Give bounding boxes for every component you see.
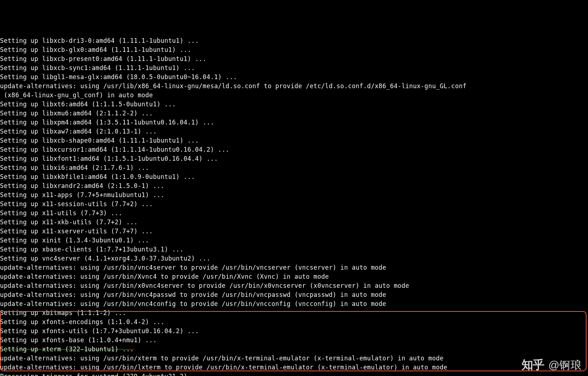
terminal-line: Setting up x11-xkb-utils (7.7+2) ... xyxy=(0,218,588,227)
terminal-line-highlighted: update-alternatives: using /usr/bin/xter… xyxy=(0,354,588,363)
terminal-line: Setting up vnc4server (4.1.1+xorg4.3.0-3… xyxy=(0,254,588,263)
terminal-line-highlighted: Processing triggers for systemd (229-4ub… xyxy=(0,372,588,376)
terminal-line: Setting up libxcb-shape0:amd64 (1.11.1-1… xyxy=(0,136,588,145)
terminal-line: update-alternatives: using /usr/bin/x0vn… xyxy=(0,281,588,290)
terminal-line: Setting up x11-apps (7.7+5+nmu1ubuntu1) … xyxy=(0,191,588,200)
terminal-line: update-alternatives: using /usr/lib/x86_… xyxy=(0,82,588,91)
terminal-line: Setting up libxcb-sync1:amd64 (1.11.1-1u… xyxy=(0,64,588,73)
terminal-line: update-alternatives: using /usr/bin/vnc4… xyxy=(0,290,588,299)
terminal-line: Setting up libxrandr2:amd64 (2:1.5.0-1) … xyxy=(0,181,588,191)
terminal-line-highlighted: update-alternatives: using /usr/bin/lxte… xyxy=(0,363,588,372)
terminal-output[interactable]: Setting up libxcb-dri3-0:amd64 (1.11.1-1… xyxy=(0,36,588,376)
terminal-line: update-alternatives: using /usr/bin/Xvnc… xyxy=(0,272,588,281)
terminal-line: Setting up x11-xserver-utils (7.7+7) ... xyxy=(0,227,588,236)
terminal-line: Setting up libxt6:amd64 (1:1.1.5-0ubuntu… xyxy=(0,100,588,109)
terminal-line: Setting up libxpm4:amd64 (1:3.5.11-1ubun… xyxy=(0,118,588,127)
terminal-line: update-alternatives: using /usr/bin/vnc4… xyxy=(0,263,588,272)
terminal-line: Setting up xfonts-base (1:1.0.4+nmu1) ..… xyxy=(0,336,588,345)
terminal-line: Setting up libxaw7:amd64 (2:1.0.13-1) ..… xyxy=(0,127,588,136)
terminal-line: Setting up libxi6:amd64 (2:1.7.6-1) ... xyxy=(0,163,588,172)
terminal-line: Setting up xinit (1.3.4-3ubuntu0.1) ... xyxy=(0,236,588,245)
terminal-line: Setting up libxcursor1:amd64 (1:1.1.14-1… xyxy=(0,145,588,154)
terminal-line: Setting up x11-session-utils (7.7+2) ... xyxy=(0,200,588,209)
terminal-line: Setting up xbase-clients (1:7.7+13ubuntu… xyxy=(0,245,588,254)
terminal-line-struck: Setting up xterm (322-1ubuntu1) ... xyxy=(0,345,588,354)
terminal-line: Setting up xfonts-utils (1:7.7+3ubuntu0.… xyxy=(0,327,588,336)
terminal-line: Setting up xbitmaps (1.1.1-2) ... xyxy=(0,308,588,318)
terminal-line: (x86_64-linux-gnu_gl_conf) in auto mode xyxy=(0,91,588,100)
terminal-line: Setting up libxmu6:amd64 (2:1.1.2-2) ... xyxy=(0,109,588,118)
terminal-line: Setting up libxcb-glx0:amd64 (1.11.1-1ub… xyxy=(0,45,588,54)
terminal-line: Setting up libxfont1:amd64 (1:1.5.1-1ubu… xyxy=(0,154,588,163)
terminal-line: Setting up xfonts-encodings (1:1.0.4-2) … xyxy=(0,318,588,327)
terminal-line: Setting up libxcb-dri3-0:amd64 (1.11.1-1… xyxy=(0,36,588,45)
terminal-line: Setting up libxkbfile1:amd64 (1:1.0.9-0u… xyxy=(0,172,588,181)
terminal-line: update-alternatives: using /usr/bin/vnc4… xyxy=(0,299,588,308)
terminal-line: Setting up libxcb-present0:amd64 (1.11.1… xyxy=(0,54,588,64)
terminal-line: Setting up x11-utils (7.7+3) ... xyxy=(0,209,588,218)
terminal-line: Setting up libgl1-mesa-glx:amd64 (18.0.5… xyxy=(0,73,588,82)
